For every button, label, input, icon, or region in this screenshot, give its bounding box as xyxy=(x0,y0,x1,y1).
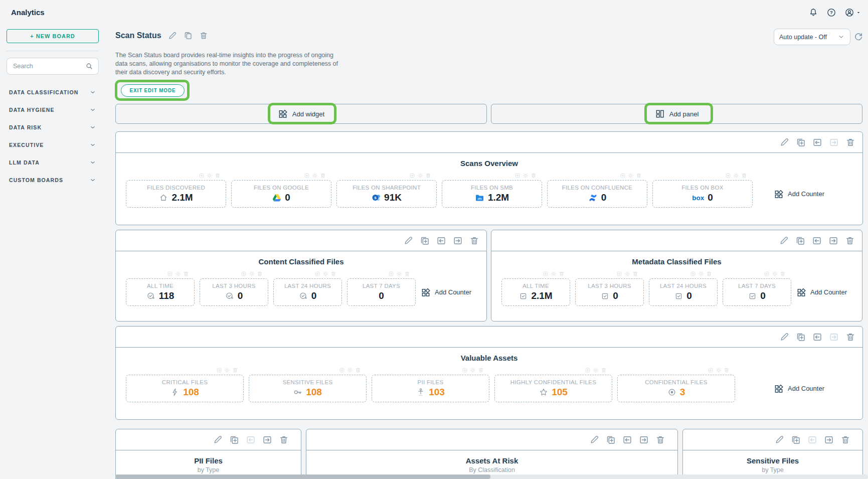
account-menu[interactable] xyxy=(844,8,861,18)
trash-icon[interactable] xyxy=(320,173,326,179)
gear-icon[interactable] xyxy=(733,173,739,179)
counter-edit-tools[interactable] xyxy=(167,271,189,277)
counter-edit-tools[interactable] xyxy=(388,271,410,277)
counter-edit-tools[interactable] xyxy=(690,271,712,277)
edit-board-title-icon[interactable] xyxy=(168,31,177,40)
counter-edit-tools[interactable] xyxy=(543,271,565,277)
sidebar-item-data-risk[interactable]: DATA RISK xyxy=(7,118,99,136)
counter-edit-tools[interactable] xyxy=(708,367,730,373)
add-counter-button[interactable]: Add Counter xyxy=(421,287,471,297)
add-icon[interactable] xyxy=(167,271,173,277)
add-counter-button[interactable]: Add Counter xyxy=(796,287,847,297)
edit-panel-icon[interactable] xyxy=(590,435,599,444)
add-icon[interactable] xyxy=(708,367,714,373)
edit-panel-icon[interactable] xyxy=(404,236,413,245)
trash-icon[interactable] xyxy=(257,271,263,277)
edit-panel-icon[interactable] xyxy=(780,332,789,342)
sidebar-item-data-classification[interactable]: DATA CLASSIFICATION xyxy=(7,83,99,101)
exit-edit-mode-button[interactable]: EXIT EDIT MODE xyxy=(121,84,185,97)
trash-icon[interactable] xyxy=(330,271,336,277)
duplicate-panel-icon[interactable] xyxy=(420,236,430,246)
add-panel-button[interactable]: Add panel xyxy=(655,109,699,119)
add-icon[interactable] xyxy=(514,173,520,179)
duplicate-panel-icon[interactable] xyxy=(606,435,616,445)
gear-icon[interactable] xyxy=(470,367,476,373)
gear-icon[interactable] xyxy=(207,173,213,179)
gear-icon[interactable] xyxy=(551,271,557,277)
gear-icon[interactable] xyxy=(593,367,599,373)
trash-icon[interactable] xyxy=(724,367,730,373)
gear-icon[interactable] xyxy=(249,271,255,277)
move-panel-left-icon[interactable] xyxy=(812,236,822,246)
delete-panel-icon[interactable] xyxy=(279,435,289,445)
duplicate-panel-icon[interactable] xyxy=(796,137,806,147)
move-panel-left-icon[interactable] xyxy=(436,236,446,246)
counter-edit-tools[interactable] xyxy=(764,271,786,277)
counter-edit-tools[interactable] xyxy=(409,173,431,179)
gear-icon[interactable] xyxy=(312,173,318,179)
trash-icon[interactable] xyxy=(478,367,484,373)
add-counter-button[interactable]: Add Counter xyxy=(774,384,824,394)
trash-icon[interactable] xyxy=(531,173,537,179)
gear-icon[interactable] xyxy=(716,367,722,373)
gear-icon[interactable] xyxy=(698,271,704,277)
add-icon[interactable] xyxy=(725,173,731,179)
add-icon[interactable] xyxy=(585,367,591,373)
move-panel-right-icon[interactable] xyxy=(829,137,839,147)
sidebar-item-data-hygiene[interactable]: DATA HYGIENE xyxy=(7,101,99,118)
notifications-bell-icon[interactable] xyxy=(808,8,818,18)
add-icon[interactable] xyxy=(690,271,696,277)
gear-icon[interactable] xyxy=(628,173,634,179)
gear-icon[interactable] xyxy=(624,271,630,277)
delete-panel-icon[interactable] xyxy=(845,137,855,147)
counter-edit-tools[interactable] xyxy=(616,271,638,277)
refresh-icon[interactable] xyxy=(853,32,863,42)
duplicate-panel-icon[interactable] xyxy=(229,435,239,445)
trash-icon[interactable] xyxy=(632,271,638,277)
move-panel-left-icon[interactable] xyxy=(812,332,822,342)
move-panel-left-icon[interactable] xyxy=(807,435,817,445)
gear-icon[interactable] xyxy=(347,367,353,373)
trash-icon[interactable] xyxy=(636,173,642,179)
trash-icon[interactable] xyxy=(559,271,565,277)
duplicate-panel-icon[interactable] xyxy=(795,236,805,246)
counter-edit-tools[interactable] xyxy=(514,173,537,179)
add-icon[interactable] xyxy=(616,271,622,277)
move-panel-right-icon[interactable] xyxy=(262,435,272,445)
move-panel-left-icon[interactable] xyxy=(622,435,632,445)
gear-icon[interactable] xyxy=(224,367,230,373)
gear-icon[interactable] xyxy=(772,271,778,277)
edit-panel-icon[interactable] xyxy=(775,435,784,444)
delete-panel-icon[interactable] xyxy=(469,236,479,246)
add-icon[interactable] xyxy=(764,271,770,277)
move-panel-left-icon[interactable] xyxy=(246,435,256,445)
move-panel-right-icon[interactable] xyxy=(829,332,839,342)
add-icon[interactable] xyxy=(241,271,247,277)
move-panel-right-icon[interactable] xyxy=(639,435,649,445)
add-icon[interactable] xyxy=(462,367,468,373)
auto-update-select[interactable]: Auto update - Off xyxy=(774,29,850,45)
move-panel-right-icon[interactable] xyxy=(828,236,838,246)
delete-panel-icon[interactable] xyxy=(845,236,855,246)
gear-icon[interactable] xyxy=(396,271,402,277)
trash-icon[interactable] xyxy=(183,271,189,277)
add-icon[interactable] xyxy=(216,367,222,373)
add-icon[interactable] xyxy=(543,271,549,277)
move-panel-right-icon[interactable] xyxy=(453,236,463,246)
delete-panel-icon[interactable] xyxy=(840,435,850,445)
sidebar-item-custom-boards[interactable]: CUSTOM BOARDS xyxy=(7,171,99,189)
gear-icon[interactable] xyxy=(523,173,529,179)
counter-edit-tools[interactable] xyxy=(620,173,642,179)
move-panel-right-icon[interactable] xyxy=(824,435,834,445)
trash-icon[interactable] xyxy=(355,367,361,373)
edit-panel-icon[interactable] xyxy=(779,236,789,245)
duplicate-panel-icon[interactable] xyxy=(791,435,801,445)
gear-icon[interactable] xyxy=(322,271,328,277)
counter-edit-tools[interactable] xyxy=(462,367,484,373)
delete-board-icon[interactable] xyxy=(199,31,208,40)
sidebar-item-llm-data[interactable]: LLM DATA xyxy=(7,153,99,171)
add-icon[interactable] xyxy=(409,173,415,179)
search-input[interactable] xyxy=(12,62,82,70)
counter-edit-tools[interactable] xyxy=(216,367,238,373)
trash-icon[interactable] xyxy=(601,367,607,373)
